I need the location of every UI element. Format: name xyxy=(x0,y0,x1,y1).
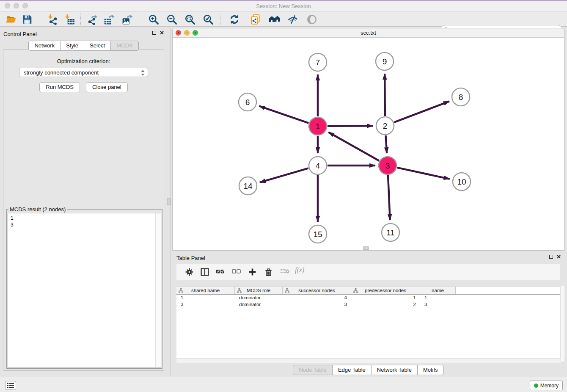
table-tab-motifs[interactable]: Motifs xyxy=(417,365,444,375)
zoom-fit-button[interactable] xyxy=(184,14,196,25)
close-panel-button[interactable]: Close panel xyxy=(86,82,128,92)
save-session-button[interactable] xyxy=(21,14,33,25)
horizontal-splitter-handle[interactable] xyxy=(363,246,369,250)
edge-2-8[interactable] xyxy=(394,101,449,122)
close-panel-icon[interactable]: ✕ xyxy=(160,31,164,35)
plus-icon xyxy=(248,268,256,276)
export-image-button[interactable] xyxy=(121,14,133,25)
graph-node-2[interactable]: 2 xyxy=(376,117,394,135)
vertical-splitter-handle[interactable] xyxy=(167,198,171,205)
float-table-panel-icon[interactable] xyxy=(549,255,553,259)
tab-select[interactable]: Select xyxy=(84,41,111,51)
edge-4-14[interactable] xyxy=(260,168,308,182)
criterion-dropdown[interactable]: strongly connected component xyxy=(19,68,148,77)
toolbar-separator xyxy=(40,14,40,25)
table-panel-tabs: Node TableEdge TableNetwork TableMotifs xyxy=(172,365,564,375)
graph-node-6[interactable]: 6 xyxy=(239,93,256,111)
graph-node-8[interactable]: 8 xyxy=(452,88,470,106)
network-window-titlebar[interactable]: ✕ − + scc.txt xyxy=(173,28,564,38)
edge-3-11[interactable] xyxy=(388,175,390,220)
task-history-button[interactable] xyxy=(5,381,16,390)
graph-node-7[interactable]: 7 xyxy=(309,53,327,71)
apply-layout-button[interactable] xyxy=(228,14,240,25)
show-column-button[interactable] xyxy=(201,268,209,277)
float-panel-icon[interactable] xyxy=(152,31,156,35)
column-header-shared-name[interactable]: shared name xyxy=(176,287,235,294)
memory-button[interactable]: Memory xyxy=(530,381,563,390)
deselect-all-icon xyxy=(232,268,241,275)
tab-network[interactable]: Network xyxy=(28,41,61,51)
graph-node-4[interactable]: 4 xyxy=(309,157,327,174)
delete-table-button[interactable] xyxy=(280,268,290,276)
run-mcds-button[interactable]: Run MCDS xyxy=(39,82,80,92)
delete-column-button[interactable] xyxy=(264,268,272,278)
column-header-predecessor-nodes[interactable]: predecessor nodes xyxy=(351,287,420,294)
vertical-splitter[interactable] xyxy=(171,28,171,376)
column-header-MCDS-role[interactable]: MCDS role xyxy=(235,287,283,294)
table-cell: 3 xyxy=(420,301,456,308)
disabled-eye-icon xyxy=(306,14,317,25)
network-graph[interactable]: 7968124314101511 xyxy=(173,38,564,250)
clone-network-icon xyxy=(250,14,261,25)
table-horizontal-scrollbar[interactable] xyxy=(176,358,561,363)
graph-node-1[interactable]: 1 xyxy=(309,117,327,135)
edge-3-10[interactable] xyxy=(397,168,449,179)
graph-node-14[interactable]: 14 xyxy=(239,177,257,195)
zoom-in-button[interactable] xyxy=(148,14,160,25)
network-view-window: ✕ − + scc.txt 7968124314101511 xyxy=(172,28,564,251)
tab-mcds[interactable]: MCDS xyxy=(110,41,138,51)
export-table-button[interactable] xyxy=(103,14,115,25)
column-header-name[interactable]: name xyxy=(420,287,456,294)
column-header-successor-nodes[interactable]: successor nodes xyxy=(283,287,351,294)
clone-network-button[interactable] xyxy=(250,14,261,25)
import-network-button[interactable] xyxy=(47,14,58,25)
network-home-button[interactable] xyxy=(268,14,280,25)
edge-1-6[interactable] xyxy=(259,106,308,123)
list-icon xyxy=(7,383,14,388)
node-label: 14 xyxy=(243,182,253,190)
zoom-out-button[interactable] xyxy=(166,14,178,25)
node-label: 11 xyxy=(386,228,395,237)
table-tab-edge-table[interactable]: Edge Table xyxy=(332,365,372,375)
table-row[interactable]: 1dominator411 xyxy=(176,295,560,301)
gear-icon xyxy=(185,268,193,276)
style-details-button[interactable] xyxy=(287,14,299,25)
import-table-button[interactable] xyxy=(63,14,75,25)
network-canvas[interactable]: 7968124314101511 xyxy=(173,38,564,250)
export-network-button[interactable] xyxy=(86,14,98,25)
deselect-all-rows-button[interactable] xyxy=(232,268,241,276)
graph-node-9[interactable]: 9 xyxy=(376,52,394,70)
graph-node-11[interactable]: 11 xyxy=(382,224,399,241)
table-cell: 2 xyxy=(351,301,420,308)
control-panel: Control Panel ✕ NetworkStyleSelectMCDS O… xyxy=(0,28,167,371)
memory-label: Memory xyxy=(540,383,559,389)
graph-node-15[interactable]: 15 xyxy=(309,225,327,243)
close-table-panel-icon[interactable]: ✕ xyxy=(556,255,561,259)
toolbar-separator xyxy=(142,14,142,25)
graph-node-3[interactable]: 3 xyxy=(379,157,396,174)
node-table[interactable]: shared nameMCDS rolesuccessor nodesprede… xyxy=(176,286,560,362)
table-cell: 1 xyxy=(176,295,235,301)
table-row[interactable]: 3dominator323 xyxy=(176,301,560,308)
table-cell: 3 xyxy=(176,301,235,308)
graph-node-10[interactable]: 10 xyxy=(453,173,471,190)
edge-1-2[interactable] xyxy=(328,126,373,126)
table-tab-node-table[interactable]: Node Table xyxy=(293,365,333,375)
create-column-button[interactable] xyxy=(248,268,256,277)
node-label: 2 xyxy=(383,121,388,130)
table-vertical-scrollbar[interactable] xyxy=(561,286,564,362)
function-builder-button[interactable]: f(x) xyxy=(295,266,304,274)
select-all-rows-button[interactable] xyxy=(216,268,225,276)
zoom-selected-button[interactable] xyxy=(202,14,214,25)
edge-2-3[interactable] xyxy=(385,135,387,153)
result-scrollbar[interactable] xyxy=(155,213,161,367)
table-settings-button[interactable] xyxy=(185,268,193,277)
open-session-button[interactable] xyxy=(5,14,17,25)
edge-2-9[interactable] xyxy=(385,74,385,116)
tab-style[interactable]: Style xyxy=(60,41,84,51)
table-cell: 4 xyxy=(283,295,351,301)
main-toolbar xyxy=(0,11,567,27)
table-tab-network-table[interactable]: Network Table xyxy=(371,365,418,375)
edge-3-1[interactable] xyxy=(328,132,379,160)
hide-details-button[interactable] xyxy=(306,14,318,25)
